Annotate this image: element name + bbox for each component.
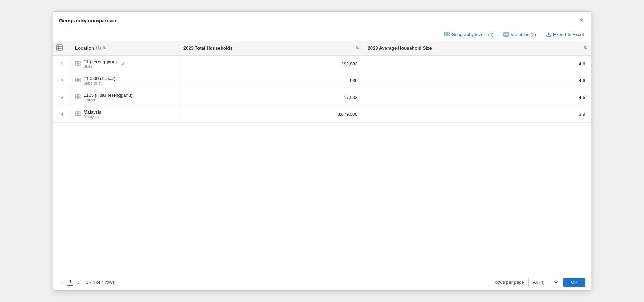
svg-rect-3 xyxy=(447,35,449,36)
avg-size-value: 4.6 xyxy=(363,72,591,89)
export-label: Export to Excel xyxy=(553,32,584,37)
svg-rect-12 xyxy=(78,61,80,63)
table-row: 1 11 (Terengganu) State ✓ 292,8334.6 xyxy=(53,56,591,72)
check-icon: ✓ xyxy=(122,61,125,66)
row-number: 2 xyxy=(53,72,71,89)
avg-size-value: 4.6 xyxy=(363,89,591,106)
location-name: 110509 (Tersat) xyxy=(84,76,115,81)
next-icon: › xyxy=(78,280,80,285)
table-icon xyxy=(56,44,63,51)
location-icon xyxy=(75,94,81,101)
col-households-label: 2023 Total Households xyxy=(183,45,233,51)
info-icon: ⓘ xyxy=(96,45,101,51)
svg-rect-16 xyxy=(78,78,80,80)
svg-rect-24 xyxy=(78,112,80,113)
data-table: Location ⓘ ⇅ 2023 Total Households ⇅ xyxy=(53,41,591,123)
households-value: 930 xyxy=(179,72,363,89)
location-text: Malaysia Malaysia xyxy=(84,109,101,119)
location-icon xyxy=(75,77,81,84)
col-header-icon xyxy=(53,41,71,56)
location-name: Malaysia xyxy=(84,109,101,115)
location-subtype: Malaysia xyxy=(84,115,101,119)
col-header-households[interactable]: 2023 Total Households ⇅ xyxy=(179,41,363,56)
households-value: 8,679,008 xyxy=(179,106,363,123)
pagination: ‹ 1 › 1 - 4 of 4 rows xyxy=(59,279,115,286)
svg-rect-0 xyxy=(444,33,447,34)
svg-rect-4 xyxy=(504,32,508,33)
location-icon xyxy=(75,60,81,67)
location-cell: 110509 (Tersat) Subdistrict xyxy=(71,72,179,89)
variables-button[interactable]: Variables (2) xyxy=(502,31,537,38)
table-container: Location ⓘ ⇅ 2023 Total Households ⇅ xyxy=(53,41,591,274)
next-page-button[interactable]: › xyxy=(76,279,82,286)
svg-rect-14 xyxy=(78,64,80,65)
geography-levels-label: Geography levels (4) xyxy=(451,32,494,37)
svg-rect-7 xyxy=(57,45,62,50)
svg-rect-5 xyxy=(504,34,508,35)
variables-icon xyxy=(503,31,509,37)
row-number: 3 xyxy=(53,89,71,106)
svg-rect-25 xyxy=(75,114,78,116)
location-icon xyxy=(75,111,81,117)
footer: ‹ 1 › 1 - 4 of 4 rows Rows per page All … xyxy=(53,274,591,290)
sort-icon-location: ⇅ xyxy=(103,46,106,50)
sort-icon-households: ⇅ xyxy=(356,46,359,50)
location-cell: 1105 (Hulu Terengganu) District xyxy=(71,89,179,106)
current-page: 1 xyxy=(67,279,73,286)
location-text: 1105 (Hulu Terengganu) District xyxy=(84,93,132,102)
modal-header: Geography comparison × xyxy=(53,12,591,28)
table-row: 4 Malaysia Malaysia 8,679,0083.9 xyxy=(53,106,591,123)
svg-rect-17 xyxy=(75,80,78,82)
sort-icon-avg-size: ⇅ xyxy=(584,46,587,50)
page-info: 1 - 4 of 4 rows xyxy=(86,280,115,285)
svg-rect-1 xyxy=(447,33,449,34)
location-name: 1105 (Hulu Terengganu) xyxy=(84,93,132,98)
table-row: 2 110509 (Tersat) Subdistrict 9304.6 xyxy=(53,72,591,89)
export-button[interactable]: Export to Excel xyxy=(544,31,585,38)
row-number: 1 xyxy=(53,56,71,72)
location-subtype: District xyxy=(84,98,132,102)
location-name: 11 (Terengganu) xyxy=(84,59,117,64)
prev-page-button[interactable]: ‹ xyxy=(59,279,65,286)
col-header-location[interactable]: Location ⓘ ⇅ xyxy=(71,41,179,56)
variables-label: Variables (2) xyxy=(511,32,536,37)
export-icon xyxy=(546,31,551,37)
table-header-row: Location ⓘ ⇅ 2023 Total Households ⇅ xyxy=(53,41,591,56)
svg-rect-23 xyxy=(75,112,78,113)
toolbar: Geography levels (4) Variables (2) Expor… xyxy=(53,28,591,41)
location-cell: 11 (Terengganu) State ✓ xyxy=(71,56,179,72)
row-number: 4 xyxy=(53,106,71,123)
households-value: 17,533 xyxy=(179,89,363,106)
close-button[interactable]: × xyxy=(577,16,585,24)
avg-size-value: 3.9 xyxy=(363,106,591,123)
modal-title: Geography comparison xyxy=(59,17,118,23)
households-value: 292,833 xyxy=(179,56,363,72)
svg-rect-21 xyxy=(75,97,78,99)
svg-rect-18 xyxy=(78,80,80,82)
table-row: 3 1105 (Hulu Terengganu) District 17,533… xyxy=(53,89,591,106)
svg-rect-11 xyxy=(75,61,78,63)
geography-levels-button[interactable]: Geography levels (4) xyxy=(443,31,495,38)
col-location-label: Location xyxy=(75,45,94,51)
rows-per-page-select[interactable]: All (4) 10 25 50 xyxy=(528,278,559,287)
svg-rect-13 xyxy=(75,64,78,65)
svg-rect-2 xyxy=(444,35,447,36)
prev-icon: ‹ xyxy=(61,280,63,285)
svg-rect-6 xyxy=(504,35,508,36)
svg-rect-15 xyxy=(75,78,78,80)
location-subtype: Subdistrict xyxy=(84,81,115,85)
col-header-avg-size[interactable]: 2023 Average Household Size ⇅ xyxy=(363,41,591,56)
svg-rect-22 xyxy=(78,97,80,99)
footer-right: Rows per page All (4) 10 25 50 OK xyxy=(493,278,585,287)
location-text: 11 (Terengganu) State xyxy=(84,59,117,69)
col-avg-size-label: 2023 Average Household Size xyxy=(368,45,432,51)
avg-size-value: 4.6 xyxy=(363,56,591,72)
rows-per-page-label: Rows per page xyxy=(493,280,524,285)
location-text: 110509 (Tersat) Subdistrict xyxy=(84,76,115,85)
geography-levels-icon xyxy=(444,31,450,37)
svg-rect-19 xyxy=(75,95,78,96)
ok-button[interactable]: OK xyxy=(563,278,585,287)
svg-rect-20 xyxy=(78,95,80,96)
location-subtype: State xyxy=(84,64,117,69)
location-cell: Malaysia Malaysia xyxy=(71,106,179,123)
